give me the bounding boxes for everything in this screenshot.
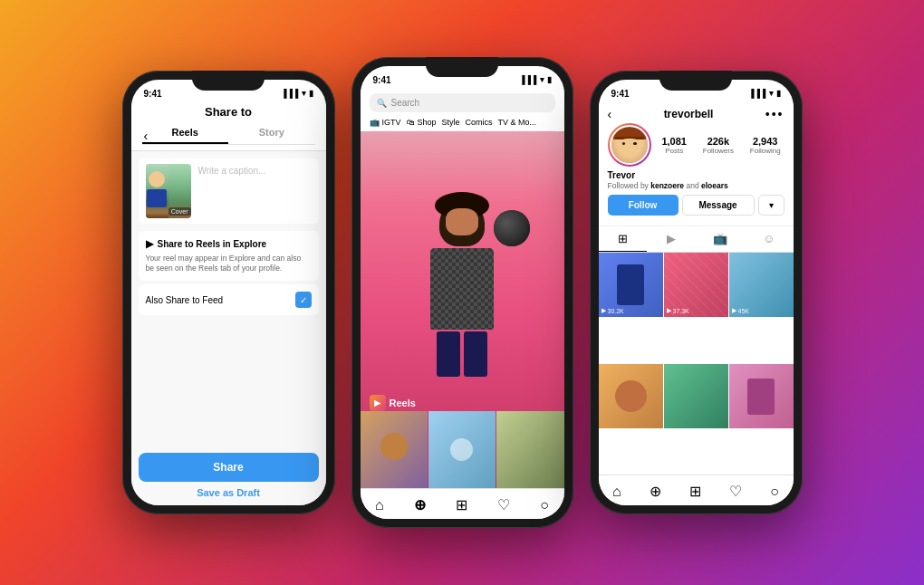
igtv-icon: 📺 — [370, 118, 380, 127]
followed-by: Followed by kenzoere and eloears — [608, 181, 784, 190]
profile-tabs: ⊞ ▶ 📺 ☺ — [599, 226, 794, 253]
search-text: Search — [391, 98, 420, 108]
stat-following: 2,943 Following — [750, 136, 781, 155]
phone2-nav: ⌂ ⊕ ⊞ ♡ ○ — [361, 488, 564, 519]
back-button-1[interactable]: ‹ — [144, 129, 149, 143]
nav-home-2[interactable]: ⌂ — [375, 497, 384, 513]
tags-row: 📺 IGTV 🛍 Shop Style Comics TV & Mo... — [370, 118, 555, 131]
battery-icon-3: ▮ — [776, 89, 781, 98]
signal-icon-2: ▐▐▐ — [519, 75, 536, 84]
phone-3: 9:41 ▐▐▐ ▾ ▮ ‹ trevorbell ••• — [590, 71, 803, 514]
status-time-3: 9:41 — [611, 89, 630, 99]
profile-info-row: 1,081 Posts 226k Followers 2,943 Followi… — [608, 123, 784, 167]
profile-grid: ▶ 30.2K ▶ 37.3K — [599, 253, 794, 475]
caption-area: Cover Write a caption... — [139, 158, 319, 224]
nav-person-2[interactable]: ○ — [540, 497, 549, 513]
tabs-1: Reels Story — [142, 122, 315, 145]
tab-reels-profile[interactable]: ▶ — [647, 226, 696, 252]
cover-label: Cover — [168, 207, 191, 216]
phone2-header: 🔍 Search 📺 IGTV 🛍 Shop Style — [361, 90, 564, 131]
profile-actions: Follow Message ▾ — [608, 195, 784, 216]
stat-followers: 226k Followers — [703, 136, 734, 155]
save-draft-button[interactable]: Save as Draft — [139, 487, 319, 498]
shop-icon: 🛍 — [407, 118, 415, 127]
reels-badge-icon: ▶ — [370, 395, 386, 411]
notch-1 — [192, 71, 265, 91]
profile-username: trevorbell — [664, 108, 714, 120]
back-button-3[interactable]: ‹ — [608, 107, 612, 121]
status-time-1: 9:41 — [144, 89, 162, 99]
grid-cell-p3: ▶ 45K — [729, 253, 794, 317]
status-icons-2: ▐▐▐ ▾ ▮ — [519, 75, 551, 84]
followers-count: 226k — [703, 136, 734, 147]
message-button[interactable]: Message — [682, 195, 755, 216]
grid-stat-3: ▶ 45K — [732, 307, 749, 314]
nav-search-2[interactable]: ⊕ — [414, 496, 426, 513]
also-share-section: Also Share to Feed ✓ — [139, 284, 319, 315]
reels-explore-icon: ▶ — [146, 238, 153, 250]
tag-comics[interactable]: Comics — [466, 118, 493, 127]
tag-style[interactable]: Style — [442, 118, 460, 127]
reels-explore-section: ▶ Share to Reels in Explore Your reel ma… — [139, 231, 319, 281]
also-share-checkbox[interactable]: ✓ — [295, 292, 312, 308]
more-options[interactable]: ••• — [765, 107, 784, 121]
play-icon-g2: ▶ — [667, 307, 671, 314]
play-icon-g1: ▶ — [602, 307, 606, 314]
tab-tagged[interactable]: ☺ — [745, 226, 794, 252]
status-time-2: 9:41 — [373, 75, 391, 85]
tab-story[interactable]: Story — [228, 122, 315, 144]
person-body — [430, 248, 494, 330]
follower-1[interactable]: kenzoere — [650, 181, 684, 190]
grid-cell-p4 — [599, 364, 663, 428]
follow-button[interactable]: Follow — [608, 195, 679, 216]
reel-person — [408, 201, 516, 418]
profile-name: Trevor — [608, 170, 784, 180]
grid-cell-p6 — [729, 364, 794, 428]
tag-igtv[interactable]: 📺 IGTV — [370, 118, 401, 127]
reel-full: ▶ Reels — [361, 131, 564, 488]
status-icons-1: ▐▐▐ ▾ ▮ — [281, 89, 313, 98]
grid-cell-p5 — [664, 364, 728, 428]
nav-plus-3[interactable]: ⊞ — [689, 483, 701, 500]
nav-search-3[interactable]: ⊕ — [650, 483, 661, 500]
grid-cell-2 — [428, 411, 496, 488]
stats-row: 1,081 Posts 226k Followers 2,943 Followi… — [659, 136, 784, 155]
also-share-label: Also Share to Feed — [146, 295, 224, 305]
posts-label: Posts — [661, 147, 687, 155]
person-head — [439, 201, 485, 246]
reels-explore-title: ▶ Share to Reels in Explore — [146, 238, 312, 250]
notch-2 — [426, 57, 498, 77]
tag-shop[interactable]: 🛍 Shop — [407, 118, 437, 127]
follower-2[interactable]: eloears — [701, 181, 728, 190]
followers-label: Followers — [703, 147, 734, 155]
reels-explore-desc: Your reel may appear in Explore and can … — [146, 254, 312, 273]
share-to-title: Share to — [142, 105, 315, 119]
nav-heart-2[interactable]: ♡ — [497, 496, 510, 513]
phone3-header: ‹ trevorbell ••• — [599, 103, 794, 226]
person-legs — [408, 331, 516, 377]
grid-stat-1: ▶ 30.2K — [602, 307, 624, 314]
nav-person-3[interactable]: ○ — [770, 484, 779, 500]
nav-heart-3[interactable]: ♡ — [729, 483, 742, 500]
phone-2: 9:41 ▐▐▐ ▾ ▮ 🔍 Search 📺 IGTV — [351, 57, 573, 528]
battery-icon: ▮ — [309, 89, 313, 98]
tab-grid[interactable]: ⊞ — [599, 226, 648, 252]
nav-plus-2[interactable]: ⊞ — [456, 496, 467, 513]
search-bar[interactable]: 🔍 Search — [370, 93, 555, 112]
nav-home-3[interactable]: ⌂ — [612, 484, 621, 500]
grid-cell-3 — [496, 411, 563, 488]
caption-input[interactable]: Write a caption... — [198, 164, 312, 176]
bottom-grid — [361, 411, 564, 488]
tag-tv[interactable]: TV & Mo... — [498, 118, 537, 127]
share-button[interactable]: Share — [139, 453, 319, 482]
ball — [494, 210, 530, 246]
play-icon-g3: ▶ — [732, 307, 736, 314]
tab-tv[interactable]: 📺 — [696, 226, 745, 252]
posts-count: 1,081 — [661, 136, 687, 147]
tab-reels[interactable]: Reels — [142, 122, 229, 144]
status-icons-3: ▐▐▐ ▾ ▮ — [748, 89, 780, 98]
dropdown-button[interactable]: ▾ — [758, 195, 784, 216]
following-label: Following — [750, 147, 781, 155]
reels-badge: ▶ Reels — [370, 395, 416, 411]
avatar-inner — [610, 125, 650, 165]
